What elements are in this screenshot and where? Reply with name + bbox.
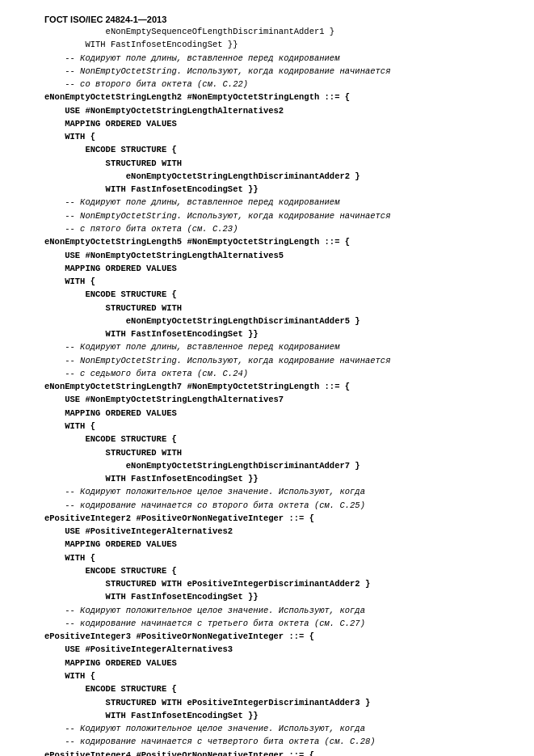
code-line: eNonEmptyOctetStringLengthDiscriminantAd…: [44, 459, 502, 472]
code-line: USE #NonEmptyOctetStringLengthAlternativ…: [44, 249, 502, 262]
code-line: WITH FastInfosetEncodingSet }}: [44, 38, 502, 51]
code-line: eNonEmptyOctetStringLength2 #NonEmptyOct…: [44, 91, 502, 103]
code-line: ENCODE STRUCTURE {: [44, 143, 502, 156]
code-line: WITH FastInfosetEncodingSet }}: [44, 327, 502, 340]
code-line: WITH {: [44, 420, 502, 433]
code-line: -- Кодируют положительное целое значение…: [44, 485, 502, 498]
code-line: ENCODE STRUCTURE {: [44, 564, 502, 577]
code-line: STRUCTURED WITH ePositiveIntegerDiscrimi…: [44, 696, 502, 709]
code-line: MAPPING ORDERED VALUES: [44, 117, 502, 130]
code-line: -- Кодируют поле длины, вставленное пере…: [44, 52, 502, 65]
code-line: STRUCTURED WITH: [44, 302, 502, 315]
code-line: STRUCTURED WITH: [44, 157, 502, 170]
code-line: WITH {: [44, 551, 502, 564]
code-line: -- с седьмого бита октета (см. С.24): [44, 367, 502, 380]
code-line: MAPPING ORDERED VALUES: [44, 657, 502, 669]
code-line: ENCODE STRUCTURE {: [44, 288, 502, 301]
code-line: -- Кодируют положительное целое значение…: [44, 722, 502, 735]
code-line: -- Кодируют положительное целое значение…: [44, 604, 502, 617]
code-line: WITH FastInfosetEncodingSet }}: [44, 709, 502, 722]
code-line: WITH {: [44, 669, 502, 682]
code-line: WITH FastInfosetEncodingSet }}: [44, 183, 502, 196]
code-line: STRUCTURED WITH ePositiveIntegerDiscrimi…: [44, 577, 502, 590]
code-line: MAPPING ORDERED VALUES: [44, 262, 502, 275]
page-header: ГОСТ ISO/IEC 24824-1—2013: [44, 15, 502, 25]
document-title: ГОСТ ISO/IEC 24824-1—2013: [44, 15, 166, 24]
code-line: ePositiveInteger4 #PositiveOrNonNegative…: [44, 749, 502, 756]
code-line: -- NonEmptyOctetString. Используют, когд…: [44, 209, 502, 222]
code-line: eNonEmptyOctetStringLengthDiscriminantAd…: [44, 315, 502, 327]
code-line: -- кодирование начинается с третьего бит…: [44, 617, 502, 630]
code-line: MAPPING ORDERED VALUES: [44, 538, 502, 551]
code-line: USE #NonEmptyOctetStringLengthAlternativ…: [44, 393, 502, 406]
code-line: -- Кодируют поле длины, вставленное пере…: [44, 340, 502, 353]
code-line: -- Кодируют поле длины, вставленное пере…: [44, 196, 502, 209]
code-line: ENCODE STRUCTURE {: [44, 682, 502, 695]
code-line: eNonEmptyOctetStringLengthDiscriminantAd…: [44, 170, 502, 183]
code-line: -- NonEmptyOctetString. Используют, когд…: [44, 65, 502, 78]
code-line: -- NonEmptyOctetString. Используют, когд…: [44, 354, 502, 367]
code-content: eNonEmptySequenceOfLengthDiscriminantAdd…: [44, 25, 502, 756]
code-line: ePositiveInteger3 #PositiveOrNonNegative…: [44, 630, 502, 643]
code-line: ENCODE STRUCTURE {: [44, 433, 502, 446]
code-line: USE #NonEmptyOctetStringLengthAlternativ…: [44, 104, 502, 117]
code-line: USE #PositiveIntegerAlternatives3: [44, 643, 502, 656]
code-line: eNonEmptyOctetStringLength7 #NonEmptyOct…: [44, 380, 502, 393]
code-line: MAPPING ORDERED VALUES: [44, 407, 502, 420]
code-line: eNonEmptySequenceOfLengthDiscriminantAdd…: [44, 25, 502, 38]
code-line: WITH {: [44, 275, 502, 288]
code-line: ePositiveInteger2 #PositiveOrNonNegative…: [44, 512, 502, 525]
code-line: -- с пятого бита октета (см. С.23): [44, 222, 502, 235]
code-line: -- со второго бита октета (см. С.22): [44, 78, 502, 91]
code-line: eNonEmptyOctetStringLength5 #NonEmptyOct…: [44, 235, 502, 248]
code-line: WITH FastInfosetEncodingSet }}: [44, 590, 502, 603]
code-line: -- кодирование начинается со второго бит…: [44, 499, 502, 512]
code-line: USE #PositiveIntegerAlternatives2: [44, 525, 502, 538]
code-line: WITH FastInfosetEncodingSet }}: [44, 472, 502, 485]
code-line: -- кодирование начинается с четвертого б…: [44, 735, 502, 748]
code-line: STRUCTURED WITH: [44, 446, 502, 459]
code-line: WITH {: [44, 130, 502, 143]
